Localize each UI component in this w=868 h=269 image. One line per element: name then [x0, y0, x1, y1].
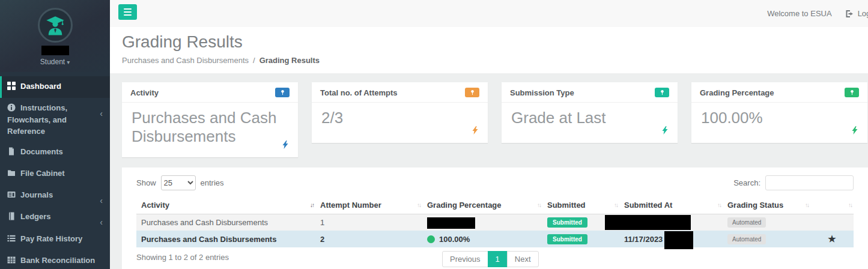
document-icon	[7, 147, 16, 159]
logout-label: Log out	[858, 9, 868, 18]
pin-badge-icon[interactable]	[465, 88, 479, 97]
breadcrumb-parent-link[interactable]: Purchases and Cash Disbursements	[122, 56, 249, 65]
table-footer: Showing 1 to 2 of 2 entries Previous 1 N…	[136, 253, 854, 262]
card-value: 2/3	[321, 109, 478, 127]
graduate-student-icon	[44, 14, 67, 37]
sidebar-item-documents[interactable]: Documents	[0, 142, 110, 163]
sidebar-item-label: Journals	[20, 190, 53, 199]
column-header-submitted[interactable]: Submitted↑↓	[542, 197, 619, 214]
cell-attempt: 2	[315, 231, 422, 247]
sidebar-item-bank-reconciliation[interactable]: Bank Reconciliation	[0, 250, 110, 269]
redaction-box	[427, 217, 475, 229]
sidebar-item-label: Bank Reconciliation	[20, 256, 95, 265]
role-dropdown[interactable]: Student▾	[0, 58, 110, 66]
pin-badge-icon[interactable]	[845, 88, 859, 97]
list-icon	[7, 234, 16, 246]
bolt-icon	[472, 126, 478, 134]
cell-submitted: Submitted	[542, 231, 619, 247]
hamburger-icon	[124, 8, 132, 10]
automated-badge: Automated	[727, 234, 766, 244]
sort-icon: ↓↑	[310, 202, 314, 208]
book-icon	[7, 212, 16, 223]
column-header-star[interactable]: ↑↓	[810, 197, 854, 214]
page-length-select[interactable]: 25	[161, 175, 196, 190]
cell-activity: Purchases and Cash Disbursements	[136, 214, 315, 231]
sidebar-item-ledgers[interactable]: ‹ Ledgers	[0, 207, 110, 228]
sort-icon: ↑↓	[417, 202, 420, 208]
sort-icon: ↑↓	[537, 202, 541, 208]
sidebar-item-instructions[interactable]: ‹ Instructions, Flowcharts, and Referenc…	[0, 98, 110, 142]
logout-link[interactable]: Log out	[845, 9, 868, 18]
column-header-grading-status[interactable]: Grading Status↑↓	[723, 197, 810, 214]
cell-attempt: 1	[315, 214, 422, 231]
star-icon[interactable]: ★	[810, 231, 854, 247]
table-header-row: Activity↓↑ Attempt Number↑↓ Grading Perc…	[136, 197, 854, 214]
cell-submitted-at	[619, 214, 723, 231]
cell-grading-percentage	[422, 214, 542, 231]
user-profile: Student▾	[0, 0, 110, 72]
sidebar-item-file-cabinet[interactable]: File Cabinet	[0, 163, 110, 185]
card-grading-percentage: Grading Percentage 100.00%	[691, 82, 867, 143]
bolt-icon	[662, 126, 668, 134]
sort-icon: ↑↓	[614, 202, 618, 208]
entries-label: entries	[201, 178, 224, 187]
sidebar-item-label: File Cabinet	[20, 169, 65, 178]
pagination-previous-button[interactable]: Previous	[442, 251, 488, 267]
sidebar-item-dashboard[interactable]: Dashboard	[0, 76, 110, 98]
cell-grading-status: Automated	[723, 214, 810, 231]
sidebar-menu: Dashboard ‹ Instructions, Flowcharts, an…	[0, 76, 110, 269]
sort-icon: ↑↓	[805, 202, 809, 208]
cell-submitted-at: 11/17/2023	[619, 231, 723, 247]
table-row[interactable]: Purchases and Cash Disbursements 1 Submi…	[136, 214, 854, 231]
card-label: Grading Percentage	[700, 88, 774, 97]
caret-down-icon: ▾	[67, 59, 70, 65]
submitted-badge: Submitted	[547, 234, 587, 244]
card-activity: Activity Purchases and Cash Disbursement…	[122, 82, 298, 157]
table-row[interactable]: Purchases and Cash Disbursements 2 100.0…	[136, 231, 854, 247]
sidebar: Student▾ Dashboard ‹ Instructions, Flowc…	[0, 0, 110, 269]
submitted-badge: Submitted	[547, 217, 587, 228]
page-title: Grading Results	[122, 32, 868, 52]
welcome-text: Welcome to ESUA	[767, 9, 831, 18]
sidebar-toggle-button[interactable]	[118, 4, 137, 20]
pagination-page-1-button[interactable]: 1	[488, 251, 508, 267]
column-header-attempt-number[interactable]: Attempt Number↑↓	[315, 197, 422, 214]
pagination-next-button[interactable]: Next	[507, 251, 539, 267]
sidebar-item-journals[interactable]: ‹ Journals	[0, 185, 110, 207]
sort-icon: ↑↓	[848, 202, 852, 208]
page-header: Grading Results Purchases and Cash Disbu…	[110, 27, 868, 73]
pin-badge-icon[interactable]	[655, 88, 669, 97]
app-root: Student▾ Dashboard ‹ Instructions, Flowc…	[0, 0, 868, 269]
redaction-box	[664, 231, 693, 249]
sidebar-item-label: Dashboard	[20, 82, 61, 91]
bolt-icon	[852, 126, 858, 134]
sign-out-icon	[845, 10, 854, 18]
card-value: Purchases and Cash Disbursements	[132, 109, 288, 145]
grid-icon	[7, 82, 16, 93]
sort-icon: ↑↓	[717, 202, 721, 208]
redaction-box	[605, 215, 691, 230]
sidebar-item-label: Ledgers	[20, 212, 51, 221]
table-controls: Show25entries Search:	[136, 175, 854, 190]
summary-cards: Activity Purchases and Cash Disbursement…	[122, 82, 867, 157]
grading-results-table: Activity↓↑ Attempt Number↑↓ Grading Perc…	[136, 197, 854, 247]
entries-summary: Showing 1 to 2 of 2 entries	[136, 253, 229, 262]
column-header-submitted-at[interactable]: Submitted At↑↓	[619, 197, 723, 214]
topbar: Welcome to ESUA Log out	[110, 0, 868, 27]
search-input[interactable]	[765, 175, 854, 190]
show-label: Show	[136, 178, 156, 187]
card-label: Total no. of Attempts	[320, 88, 398, 97]
cell-star	[810, 214, 854, 231]
cell-activity: Purchases and Cash Disbursements	[136, 231, 315, 247]
search-label: Search:	[733, 178, 760, 187]
pin-badge-icon[interactable]	[275, 88, 290, 97]
results-table-panel: Show25entries Search: Activity↓↑ Attempt…	[122, 168, 868, 269]
breadcrumb-separator: /	[253, 56, 255, 65]
newspaper-icon	[7, 190, 16, 202]
column-header-grading-percentage[interactable]: Grading Percentage↑↓	[422, 197, 542, 214]
page-length-control: Show25entries	[136, 175, 224, 190]
role-label: Student	[40, 58, 65, 66]
sidebar-item-pay-rate-history[interactable]: Pay Rate History	[0, 229, 110, 250]
column-header-activity[interactable]: Activity↓↑	[136, 197, 315, 214]
student-avatar[interactable]	[38, 8, 73, 43]
